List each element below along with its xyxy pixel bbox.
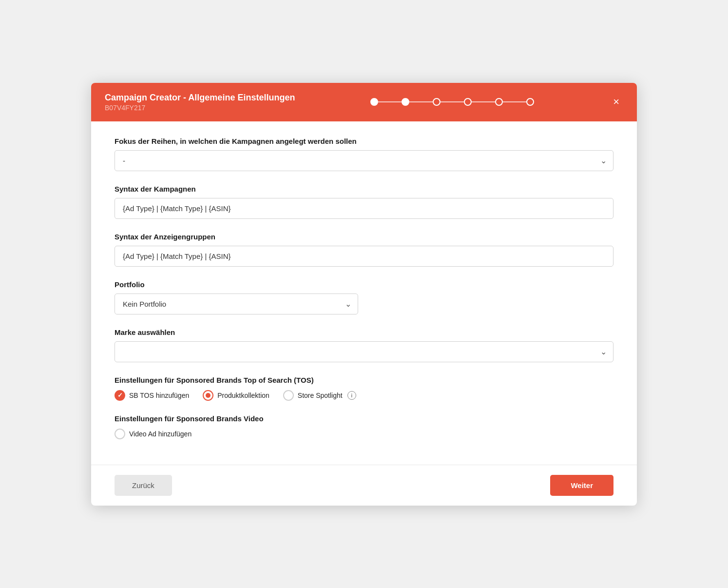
tos-section: Einstellungen für Sponsored Brands Top o… xyxy=(115,376,613,401)
progress-step-4 xyxy=(464,98,472,106)
kampagnen-syntax-input[interactable] xyxy=(115,198,613,219)
sb-tos-label: SB TOS hinzufügen xyxy=(129,392,189,399)
tos-section-label: Einstellungen für Sponsored Brands Top o… xyxy=(115,376,613,384)
progress-bar xyxy=(370,98,534,106)
reihen-select[interactable]: - xyxy=(115,150,613,171)
produktkollektion-radio-item[interactable]: Produktkollektion xyxy=(203,390,269,401)
marke-select[interactable] xyxy=(115,341,613,362)
back-button[interactable]: Zurück xyxy=(115,475,172,496)
tos-radio-group: SB TOS hinzufügen Produktkollektion Stor… xyxy=(115,390,613,401)
store-spotlight-radio-item[interactable]: Store Spotlight i xyxy=(283,390,356,401)
portfolio-select-wrapper: Kein Portfolio ⌄ xyxy=(115,294,358,314)
portfolio-label: Portfolio xyxy=(115,280,613,289)
sb-tos-radio-item[interactable]: SB TOS hinzufügen xyxy=(115,390,189,401)
anzeigengruppen-syntax-group: Syntax der Anzeigengruppen xyxy=(115,233,613,267)
video-ad-label: Video Ad hinzufügen xyxy=(129,430,192,438)
progress-step-5 xyxy=(495,98,503,106)
portfolio-group: Portfolio Kein Portfolio ⌄ xyxy=(115,280,613,314)
progress-step-3 xyxy=(433,98,441,106)
store-spotlight-info-icon[interactable]: i xyxy=(347,391,356,400)
progress-step-2 xyxy=(402,98,409,106)
video-section: Einstellungen für Sponsored Brands Video… xyxy=(115,414,613,439)
anzeigengruppen-syntax-input[interactable] xyxy=(115,246,613,267)
reihen-select-wrapper: - ⌄ xyxy=(115,150,613,171)
close-button[interactable]: × xyxy=(609,95,623,109)
anzeigengruppen-syntax-label: Syntax der Anzeigengruppen xyxy=(115,233,613,241)
progress-line-1 xyxy=(378,101,402,102)
sb-tos-radio-icon xyxy=(115,390,125,401)
progress-step-1 xyxy=(370,98,378,106)
progress-step-6 xyxy=(526,98,534,106)
reihen-group: Fokus der Reihen, in welchen die Kampagn… xyxy=(115,137,613,171)
video-ad-radio-item[interactable]: Video Ad hinzufügen xyxy=(115,429,192,439)
progress-line-3 xyxy=(441,101,464,102)
modal-subtitle: B07V4FY217 xyxy=(105,104,295,112)
modal-footer: Zurück Weiter xyxy=(91,465,637,506)
modal-header: Campaign Creator - Allgemeine Einstellun… xyxy=(91,83,637,121)
produktkollektion-label: Produktkollektion xyxy=(217,392,269,399)
reihen-label: Fokus der Reihen, in welchen die Kampagn… xyxy=(115,137,613,145)
campaign-creator-modal: Campaign Creator - Allgemeine Einstellun… xyxy=(91,83,637,506)
modal-body: Fokus der Reihen, in welchen die Kampagn… xyxy=(91,121,637,465)
marke-group: Marke auswählen ⌄ xyxy=(115,328,613,362)
progress-line-5 xyxy=(503,101,526,102)
progress-line-4 xyxy=(472,101,495,102)
store-spotlight-radio-icon xyxy=(283,390,294,401)
marke-label: Marke auswählen xyxy=(115,328,613,336)
progress-line-2 xyxy=(409,101,433,102)
store-spotlight-label: Store Spotlight xyxy=(298,392,343,399)
next-button[interactable]: Weiter xyxy=(550,475,613,496)
portfolio-select[interactable]: Kein Portfolio xyxy=(115,294,358,314)
kampagnen-syntax-group: Syntax der Kampagnen xyxy=(115,185,613,219)
kampagnen-syntax-label: Syntax der Kampagnen xyxy=(115,185,613,193)
produktkollektion-radio-icon xyxy=(203,390,213,401)
modal-title: Campaign Creator - Allgemeine Einstellun… xyxy=(105,93,295,103)
header-left: Campaign Creator - Allgemeine Einstellun… xyxy=(105,93,295,112)
video-section-label: Einstellungen für Sponsored Brands Video xyxy=(115,414,613,423)
marke-select-wrapper: ⌄ xyxy=(115,341,613,362)
video-ad-radio-icon xyxy=(115,429,125,439)
video-radio-group: Video Ad hinzufügen xyxy=(115,429,613,439)
